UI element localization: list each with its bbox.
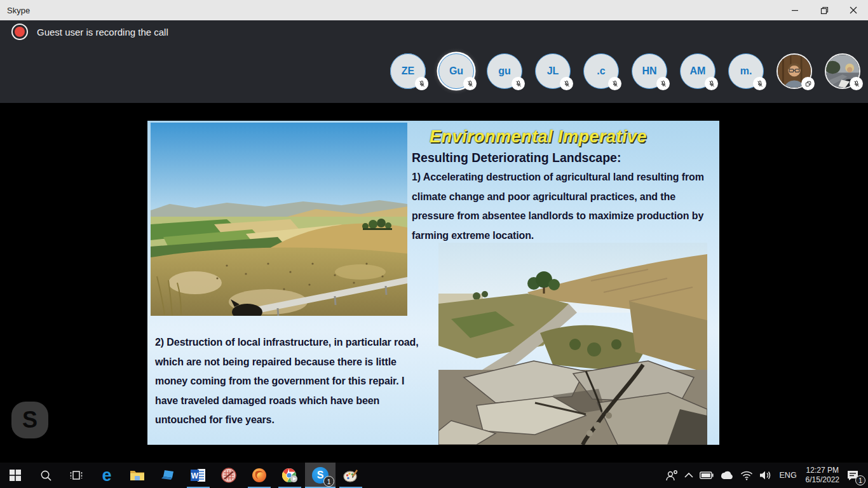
avatar-initials: Gu (449, 65, 463, 77)
presentation-slide: Environmental Imperative Resulting Deter… (147, 121, 719, 445)
avatar-initials: HN (642, 65, 656, 77)
mic-off-icon (850, 77, 863, 90)
taskbar: e W (0, 463, 868, 488)
restore-icon (820, 6, 829, 15)
call-header: Guest user is recording the call (0, 20, 868, 103)
taskbar-file-explorer[interactable] (122, 463, 153, 488)
people-tray-button[interactable] (662, 463, 681, 488)
participant-avatar-JL[interactable]: JL (535, 53, 571, 89)
avatar-initials: AM (690, 65, 706, 77)
taskbar-pc-app[interactable] (153, 463, 183, 488)
taskbar-project-app[interactable] (214, 463, 244, 488)
speaker-icon (759, 470, 771, 480)
edge-icon: e (102, 467, 111, 484)
taskbar-chrome[interactable] (275, 463, 305, 488)
mic-off-icon (753, 77, 766, 90)
slide-heading: Resulting Deteriorating Landscape: (412, 151, 621, 165)
slide-point-2: 2) Destruction of local infrastructure, … (155, 333, 427, 430)
tray-time: 12:27 PM (806, 466, 839, 475)
close-button[interactable] (839, 0, 868, 20)
avatar-initials: m. (740, 65, 752, 77)
chrome-icon (281, 468, 298, 483)
paint-icon (343, 468, 358, 483)
tray-date: 6/15/2022 (806, 475, 839, 485)
svg-text:W: W (191, 471, 199, 480)
shared-screen-stage: Environmental Imperative Resulting Deter… (0, 103, 868, 463)
participant-avatar-video-sharing[interactable] (776, 53, 812, 89)
slide-point-1: 1) Accelerating destruction of agricultu… (412, 168, 718, 245)
windows-start-icon (10, 470, 21, 481)
skype-icon-letter: S (317, 470, 324, 481)
search-button[interactable] (31, 463, 61, 488)
battery-tray-button[interactable] (696, 463, 717, 488)
screen-share-icon (801, 77, 815, 90)
action-center-badge: 1 (855, 475, 865, 485)
taskbar-skype-active[interactable]: S 1 (305, 463, 336, 488)
skype-notification-badge: 1 (323, 476, 334, 487)
recording-banner-text: Guest user is recording the call (37, 27, 168, 37)
participant-avatar-Gu-active-speaker[interactable]: Gu (438, 53, 474, 89)
participant-avatar-video-outdoor[interactable] (825, 53, 860, 89)
chevron-up-icon (684, 472, 693, 478)
window-title: Skype (7, 6, 30, 15)
landscape-valley-photo (151, 123, 407, 316)
volume-tray-button[interactable] (756, 463, 775, 488)
mic-off-icon (656, 77, 670, 90)
recording-icon (11, 24, 28, 40)
mic-off-icon (560, 77, 573, 90)
start-button[interactable] (0, 463, 31, 488)
skype-icon: S 1 (312, 467, 329, 484)
taskbar-firefox[interactable] (244, 463, 275, 488)
firefox-icon (252, 468, 267, 483)
wifi-tray-button[interactable] (737, 463, 756, 488)
language-indicator[interactable]: ENG (775, 463, 802, 488)
mic-off-icon (415, 77, 428, 90)
taskbar-word[interactable]: W (183, 463, 214, 488)
avatar-initials: JL (547, 65, 559, 77)
laptop-icon (160, 469, 175, 482)
action-center-button[interactable]: 1 (843, 463, 867, 488)
minimize-button[interactable] (780, 0, 810, 20)
task-view-icon (70, 470, 83, 481)
tray-overflow-chevron[interactable] (681, 463, 696, 488)
participant-avatar-m[interactable]: m. (728, 53, 764, 89)
avatar-initials: ZE (402, 65, 414, 77)
recording-banner: Guest user is recording the call (11, 24, 168, 40)
people-icon (665, 470, 678, 481)
title-bar: Skype (0, 0, 868, 20)
avatar-initials: gu (498, 65, 511, 77)
onedrive-tray-button[interactable] (717, 463, 737, 488)
mic-off-icon (705, 77, 718, 90)
avatar-initials: .c (597, 65, 605, 77)
skype-watermark-logo: S (11, 402, 48, 438)
participant-avatar-gu[interactable]: gu (487, 53, 522, 89)
participant-avatar-ZE[interactable]: ZE (390, 53, 426, 89)
restore-button[interactable] (810, 0, 839, 20)
mic-off-icon (608, 77, 621, 90)
taskbar-paint[interactable] (336, 463, 366, 488)
red-chart-app-icon (221, 468, 236, 483)
damaged-road-photo (438, 243, 707, 445)
cloud-icon (720, 471, 734, 480)
mic-off-icon (512, 77, 525, 90)
wifi-icon (740, 471, 753, 480)
clock[interactable]: 12:27 PM 6/15/2022 (802, 463, 843, 488)
participant-avatar-AM[interactable]: AM (680, 53, 715, 89)
close-icon (850, 6, 857, 14)
participant-strip: ZE Gu gu JL (390, 53, 860, 89)
file-explorer-icon (130, 469, 145, 482)
participant-avatar-c[interactable]: .c (583, 53, 619, 89)
mic-off-icon (463, 77, 477, 90)
slide-title: Environmental Imperative (402, 127, 675, 147)
participant-avatar-HN[interactable]: HN (632, 53, 667, 89)
battery-icon (700, 471, 714, 479)
word-icon: W (191, 468, 206, 482)
minimize-icon (791, 6, 799, 14)
task-view-button[interactable] (61, 463, 92, 488)
search-icon (40, 470, 52, 482)
skype-window: Skype Guest user is recording the call (0, 0, 868, 488)
taskbar-edge[interactable]: e (92, 463, 122, 488)
